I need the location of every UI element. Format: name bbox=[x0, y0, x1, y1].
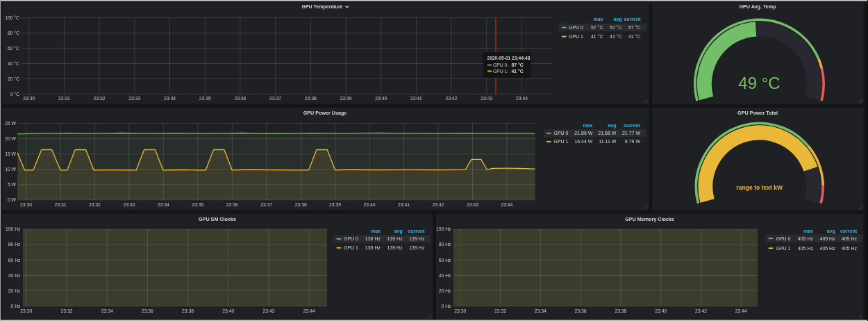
svg-text:20 Hz: 20 Hz bbox=[439, 288, 451, 293]
svg-text:GPU 0: GPU 0 bbox=[776, 236, 791, 241]
svg-text:57 °C: 57 °C bbox=[512, 63, 524, 67]
svg-text:GPU SM Clocks: GPU SM Clocks bbox=[199, 216, 236, 222]
svg-text:GPU 0: GPU 0 bbox=[554, 131, 569, 135]
svg-text:current: current bbox=[840, 229, 858, 233]
svg-text:GPU Memory Clocks: GPU Memory Clocks bbox=[625, 216, 674, 222]
svg-text:60 Hz: 60 Hz bbox=[439, 258, 451, 263]
svg-text:100 Hz: 100 Hz bbox=[6, 227, 21, 231]
svg-text:23:30: 23:30 bbox=[454, 308, 466, 313]
svg-text:23:38: 23:38 bbox=[305, 96, 317, 101]
svg-text:avg: avg bbox=[614, 17, 622, 22]
svg-text:20 °C: 20 °C bbox=[8, 76, 19, 81]
svg-text:139 Hz: 139 Hz bbox=[409, 236, 425, 241]
svg-text:80 Hz: 80 Hz bbox=[8, 242, 21, 247]
svg-text:23:35: 23:35 bbox=[199, 96, 211, 101]
svg-text:max: max bbox=[803, 229, 813, 233]
svg-text:23:32: 23:32 bbox=[60, 308, 72, 313]
svg-text:GPU 1: GPU 1 bbox=[344, 245, 358, 250]
svg-text:23:32: 23:32 bbox=[494, 308, 506, 313]
svg-text:100 °C: 100 °C bbox=[5, 15, 19, 20]
svg-text:41 °C: 41 °C bbox=[610, 34, 622, 39]
svg-text:57 °C: 57 °C bbox=[610, 25, 622, 30]
svg-text:range to text kW: range to text kW bbox=[736, 184, 783, 191]
svg-text:20 Hz: 20 Hz bbox=[8, 288, 21, 293]
svg-text:GPU 0: GPU 0 bbox=[344, 236, 358, 241]
svg-text:23:44: 23:44 bbox=[516, 96, 528, 101]
svg-text:GPU 1: GPU 1 bbox=[776, 246, 791, 251]
svg-text:139 Hz: 139 Hz bbox=[365, 236, 381, 241]
svg-text:80 Hz: 80 Hz bbox=[439, 242, 451, 247]
svg-text:23:32: 23:32 bbox=[94, 96, 106, 101]
svg-text:40 Hz: 40 Hz bbox=[8, 273, 21, 278]
svg-text:21.86 W: 21.86 W bbox=[574, 131, 592, 135]
svg-text:23:36: 23:36 bbox=[575, 308, 587, 313]
svg-text:max: max bbox=[583, 123, 592, 128]
svg-text:GPU 1: GPU 1 bbox=[569, 34, 583, 39]
svg-text:23:42: 23:42 bbox=[432, 202, 444, 207]
svg-text:41 °C: 41 °C bbox=[591, 34, 603, 39]
svg-text:405 Hz: 405 Hz bbox=[820, 236, 836, 241]
svg-text:23:42: 23:42 bbox=[446, 96, 458, 101]
svg-text:40 Hz: 40 Hz bbox=[439, 273, 451, 278]
svg-text:23:34: 23:34 bbox=[158, 202, 169, 207]
svg-text:GPU Power Usage: GPU Power Usage bbox=[303, 110, 347, 116]
svg-text:23:30: 23:30 bbox=[20, 202, 32, 207]
svg-text:0 Hz: 0 Hz bbox=[442, 304, 452, 308]
svg-text:41 °C: 41 °C bbox=[512, 69, 524, 74]
svg-text:10 W: 10 W bbox=[5, 167, 16, 172]
svg-text:16.44 W: 16.44 W bbox=[574, 139, 592, 144]
svg-text:23:32: 23:32 bbox=[89, 202, 101, 207]
svg-text:21.77 W: 21.77 W bbox=[622, 131, 640, 135]
svg-text:23:41: 23:41 bbox=[398, 202, 410, 207]
svg-text:405 Hz: 405 Hz bbox=[842, 246, 858, 251]
svg-text:23:44: 23:44 bbox=[303, 308, 315, 313]
svg-text:23:31: 23:31 bbox=[58, 96, 70, 101]
svg-text:23:34: 23:34 bbox=[164, 96, 176, 101]
svg-text:23:34: 23:34 bbox=[535, 308, 546, 313]
svg-text:405 Hz: 405 Hz bbox=[798, 236, 814, 241]
svg-text:21.68 W: 21.68 W bbox=[598, 131, 616, 135]
svg-text:23:40: 23:40 bbox=[655, 308, 667, 313]
svg-text:current: current bbox=[408, 229, 425, 233]
svg-text:139 Hz: 139 Hz bbox=[387, 236, 403, 241]
svg-text:current: current bbox=[624, 17, 641, 22]
svg-text:23:42: 23:42 bbox=[695, 308, 707, 313]
svg-text:23:38: 23:38 bbox=[615, 308, 626, 313]
svg-text:23:44: 23:44 bbox=[501, 202, 512, 207]
svg-text:23:31: 23:31 bbox=[54, 202, 66, 207]
svg-text:GPU 1: GPU 1 bbox=[554, 139, 569, 144]
svg-text:139 Hz: 139 Hz bbox=[409, 245, 425, 250]
svg-text:405 Hz: 405 Hz bbox=[798, 246, 814, 251]
svg-text:23:43: 23:43 bbox=[481, 96, 492, 101]
svg-text:11.11 W: 11.11 W bbox=[599, 139, 616, 144]
svg-text:2020-05-01 23:44:48: 2020-05-01 23:44:48 bbox=[487, 56, 531, 60]
svg-text:41 °C: 41 °C bbox=[628, 34, 641, 39]
svg-text:23:40: 23:40 bbox=[375, 96, 387, 101]
svg-text:9.79 W: 9.79 W bbox=[625, 139, 641, 144]
svg-text:23:39: 23:39 bbox=[340, 96, 351, 101]
svg-text:40 °C: 40 °C bbox=[8, 61, 19, 66]
svg-text:avg: avg bbox=[394, 229, 403, 234]
svg-text:23:38: 23:38 bbox=[295, 202, 307, 207]
svg-text:23:36: 23:36 bbox=[234, 96, 246, 101]
svg-text:23:40: 23:40 bbox=[364, 202, 376, 207]
svg-text:23:35: 23:35 bbox=[192, 202, 203, 207]
svg-text:23:33: 23:33 bbox=[128, 96, 140, 101]
svg-text:23:33: 23:33 bbox=[123, 202, 135, 207]
svg-text:20 W: 20 W bbox=[5, 136, 16, 141]
svg-text:139 Hz: 139 Hz bbox=[365, 245, 381, 250]
svg-text:100 Hz: 100 Hz bbox=[436, 227, 451, 231]
svg-text:0 W: 0 W bbox=[8, 197, 17, 202]
svg-text:max: max bbox=[593, 17, 603, 22]
svg-text:avg: avg bbox=[608, 123, 616, 129]
svg-text:GPU Avg. Temp: GPU Avg. Temp bbox=[739, 3, 776, 10]
svg-text:139 Hz: 139 Hz bbox=[387, 245, 403, 250]
svg-text:23:40: 23:40 bbox=[222, 308, 234, 313]
svg-text:23:44: 23:44 bbox=[735, 308, 747, 313]
svg-text:GPU 0:: GPU 0: bbox=[493, 63, 508, 67]
svg-text:60 °C: 60 °C bbox=[8, 46, 19, 51]
svg-text:405 Hz: 405 Hz bbox=[820, 246, 836, 251]
svg-text:avg: avg bbox=[827, 229, 835, 234]
svg-text:23:36: 23:36 bbox=[142, 308, 153, 313]
svg-text:23:37: 23:37 bbox=[269, 96, 281, 101]
